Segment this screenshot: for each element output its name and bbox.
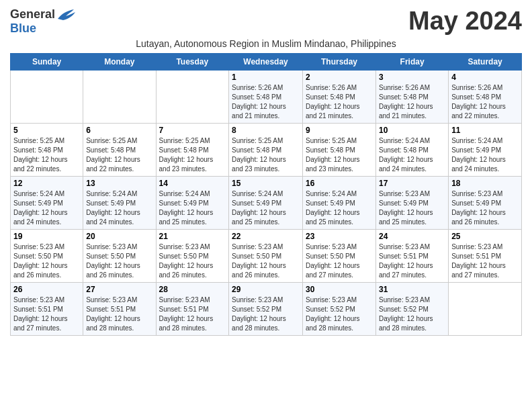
calendar-cell: 21Sunrise: 5:23 AMSunset: 5:50 PMDayligh…: [156, 230, 229, 283]
day-number: 18: [451, 179, 519, 188]
day-number: 5: [13, 126, 80, 135]
logo-general-text: General: [10, 7, 55, 21]
cell-details: Sunrise: 5:24 AMSunset: 5:48 PMDaylight:…: [379, 136, 445, 174]
calendar-week-row: 5Sunrise: 5:25 AMSunset: 5:48 PMDaylight…: [11, 124, 522, 177]
day-number: 25: [451, 232, 519, 241]
calendar-cell: 26Sunrise: 5:23 AMSunset: 5:51 PMDayligh…: [11, 283, 83, 336]
day-header-wednesday: Wednesday: [229, 54, 303, 71]
calendar-cell: 11Sunrise: 5:24 AMSunset: 5:49 PMDayligh…: [449, 124, 522, 177]
cell-details: Sunrise: 5:26 AMSunset: 5:48 PMDaylight:…: [379, 83, 445, 121]
day-number: 6: [86, 126, 152, 135]
day-number: 23: [306, 232, 373, 241]
calendar-cell: 8Sunrise: 5:25 AMSunset: 5:48 PMDaylight…: [229, 124, 303, 177]
calendar-week-row: 1Sunrise: 5:26 AMSunset: 5:48 PMDaylight…: [11, 71, 522, 124]
calendar-cell: 3Sunrise: 5:26 AMSunset: 5:48 PMDaylight…: [375, 71, 448, 124]
cell-details: Sunrise: 5:23 AMSunset: 5:50 PMDaylight:…: [306, 242, 373, 280]
day-number: 3: [379, 73, 445, 82]
calendar-cell: 12Sunrise: 5:24 AMSunset: 5:49 PMDayligh…: [11, 177, 83, 230]
calendar-cell: 5Sunrise: 5:25 AMSunset: 5:48 PMDaylight…: [11, 124, 83, 177]
cell-details: Sunrise: 5:23 AMSunset: 5:50 PMDaylight:…: [86, 242, 152, 280]
cell-details: Sunrise: 5:25 AMSunset: 5:48 PMDaylight:…: [86, 136, 152, 174]
day-number: 9: [306, 126, 373, 135]
cell-details: Sunrise: 5:23 AMSunset: 5:51 PMDaylight:…: [451, 242, 519, 280]
day-number: 27: [86, 285, 152, 294]
calendar-cell: 4Sunrise: 5:26 AMSunset: 5:48 PMDaylight…: [449, 71, 522, 124]
day-number: 12: [13, 179, 80, 188]
calendar-cell: [449, 283, 522, 336]
day-header-sunday: Sunday: [11, 54, 83, 71]
day-number: 19: [13, 232, 80, 241]
day-number: 24: [379, 232, 445, 241]
calendar-cell: 27Sunrise: 5:23 AMSunset: 5:51 PMDayligh…: [83, 283, 156, 336]
calendar-cell: [83, 71, 156, 124]
cell-details: Sunrise: 5:25 AMSunset: 5:48 PMDaylight:…: [13, 136, 80, 174]
calendar-cell: 7Sunrise: 5:25 AMSunset: 5:48 PMDaylight…: [156, 124, 229, 177]
day-number: 22: [232, 232, 300, 241]
day-number: 4: [451, 73, 519, 82]
calendar-week-row: 19Sunrise: 5:23 AMSunset: 5:50 PMDayligh…: [11, 230, 522, 283]
calendar-subtitle: Lutayan, Autonomous Region in Muslim Min…: [10, 38, 522, 49]
calendar-cell: 13Sunrise: 5:24 AMSunset: 5:49 PMDayligh…: [83, 177, 156, 230]
calendar-cell: 30Sunrise: 5:23 AMSunset: 5:52 PMDayligh…: [302, 283, 375, 336]
cell-details: Sunrise: 5:24 AMSunset: 5:49 PMDaylight:…: [13, 189, 80, 227]
day-number: 28: [159, 285, 226, 294]
calendar-cell: 6Sunrise: 5:25 AMSunset: 5:48 PMDaylight…: [83, 124, 156, 177]
day-number: 10: [379, 126, 445, 135]
day-number: 8: [232, 126, 300, 135]
calendar-cell: [11, 71, 83, 124]
day-number: 29: [232, 285, 300, 294]
calendar-cell: 2Sunrise: 5:26 AMSunset: 5:48 PMDaylight…: [302, 71, 375, 124]
day-header-monday: Monday: [83, 54, 156, 71]
day-number: 7: [159, 126, 226, 135]
cell-details: Sunrise: 5:25 AMSunset: 5:48 PMDaylight:…: [232, 136, 300, 174]
calendar-cell: 17Sunrise: 5:23 AMSunset: 5:49 PMDayligh…: [375, 177, 448, 230]
calendar-table: SundayMondayTuesdayWednesdayThursdayFrid…: [10, 53, 522, 336]
day-header-friday: Friday: [375, 54, 448, 71]
calendar-cell: [156, 71, 229, 124]
day-number: 15: [232, 179, 300, 188]
calendar-cell: 25Sunrise: 5:23 AMSunset: 5:51 PMDayligh…: [449, 230, 522, 283]
day-header-saturday: Saturday: [449, 54, 522, 71]
day-number: 2: [306, 73, 373, 82]
calendar-cell: 24Sunrise: 5:23 AMSunset: 5:51 PMDayligh…: [375, 230, 448, 283]
calendar-cell: 19Sunrise: 5:23 AMSunset: 5:50 PMDayligh…: [11, 230, 83, 283]
calendar-cell: 29Sunrise: 5:23 AMSunset: 5:52 PMDayligh…: [229, 283, 303, 336]
cell-details: Sunrise: 5:26 AMSunset: 5:48 PMDaylight:…: [232, 83, 300, 121]
calendar-cell: 9Sunrise: 5:25 AMSunset: 5:48 PMDaylight…: [302, 124, 375, 177]
day-number: 31: [379, 285, 445, 294]
day-number: 30: [306, 285, 373, 294]
calendar-week-row: 26Sunrise: 5:23 AMSunset: 5:51 PMDayligh…: [11, 283, 522, 336]
calendar-cell: 14Sunrise: 5:24 AMSunset: 5:49 PMDayligh…: [156, 177, 229, 230]
calendar-cell: 15Sunrise: 5:24 AMSunset: 5:49 PMDayligh…: [229, 177, 303, 230]
calendar-cell: 22Sunrise: 5:23 AMSunset: 5:50 PMDayligh…: [229, 230, 303, 283]
cell-details: Sunrise: 5:23 AMSunset: 5:50 PMDaylight:…: [13, 242, 80, 280]
cell-details: Sunrise: 5:23 AMSunset: 5:51 PMDaylight:…: [159, 295, 226, 333]
day-number: 13: [86, 179, 152, 188]
calendar-cell: 28Sunrise: 5:23 AMSunset: 5:51 PMDayligh…: [156, 283, 229, 336]
calendar-cell: 1Sunrise: 5:26 AMSunset: 5:48 PMDaylight…: [229, 71, 303, 124]
calendar-page: General Blue May 2024 Lutayan, Autonomou…: [0, 0, 532, 342]
day-header-thursday: Thursday: [302, 54, 375, 71]
cell-details: Sunrise: 5:23 AMSunset: 5:52 PMDaylight:…: [232, 295, 300, 333]
calendar-cell: 16Sunrise: 5:24 AMSunset: 5:49 PMDayligh…: [302, 177, 375, 230]
cell-details: Sunrise: 5:23 AMSunset: 5:51 PMDaylight:…: [13, 295, 80, 333]
cell-details: Sunrise: 5:23 AMSunset: 5:52 PMDaylight:…: [379, 295, 445, 333]
calendar-body: 1Sunrise: 5:26 AMSunset: 5:48 PMDaylight…: [11, 71, 522, 336]
month-title: May 2024: [408, 7, 522, 36]
calendar-cell: 10Sunrise: 5:24 AMSunset: 5:48 PMDayligh…: [375, 124, 448, 177]
header: General Blue May 2024: [10, 7, 522, 36]
cell-details: Sunrise: 5:24 AMSunset: 5:49 PMDaylight:…: [306, 189, 373, 227]
day-number: 1: [232, 73, 300, 82]
cell-details: Sunrise: 5:24 AMSunset: 5:49 PMDaylight:…: [159, 189, 226, 227]
cell-details: Sunrise: 5:23 AMSunset: 5:52 PMDaylight:…: [306, 295, 373, 333]
calendar-cell: 20Sunrise: 5:23 AMSunset: 5:50 PMDayligh…: [83, 230, 156, 283]
cell-details: Sunrise: 5:23 AMSunset: 5:49 PMDaylight:…: [379, 189, 445, 227]
calendar-cell: 23Sunrise: 5:23 AMSunset: 5:50 PMDayligh…: [302, 230, 375, 283]
day-number: 11: [451, 126, 519, 135]
cell-details: Sunrise: 5:23 AMSunset: 5:51 PMDaylight:…: [379, 242, 445, 280]
logo: General Blue: [10, 7, 75, 36]
calendar-cell: 18Sunrise: 5:23 AMSunset: 5:49 PMDayligh…: [449, 177, 522, 230]
logo-blue-text: Blue: [10, 21, 36, 36]
cell-details: Sunrise: 5:24 AMSunset: 5:49 PMDaylight:…: [451, 136, 519, 174]
days-header-row: SundayMondayTuesdayWednesdayThursdayFrid…: [11, 54, 522, 71]
